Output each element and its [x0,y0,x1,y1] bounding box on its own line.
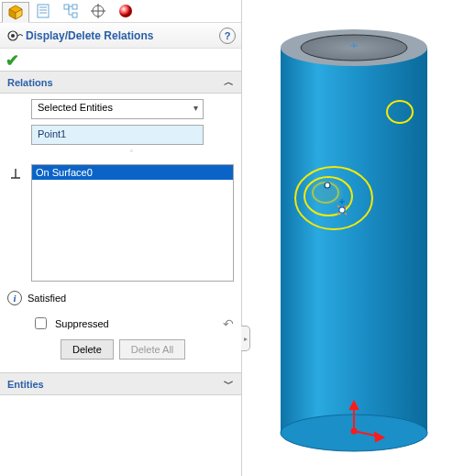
pm-ok-bar: ✔ [0,49,241,71]
relation-item-onsurface[interactable]: On Surface0 [32,165,233,180]
section-relations-header[interactable]: Relations ︿ [0,71,241,94]
svg-rect-3 [38,5,49,17]
ok-check-icon[interactable]: ✔ [6,51,19,70]
svg-point-30 [352,429,357,434]
relations-filter-combo[interactable]: Selected Entities [31,99,204,119]
tree-icon [62,3,79,19]
section-relations-body: Selected Entities Point1 ◦ On Surface0 i… [0,94,241,372]
relations-listbox[interactable]: On Surface0 [31,164,234,282]
selected-entity-value: Point1 [38,128,66,139]
svg-rect-7 [64,5,69,9]
selected-entity-field[interactable]: Point1 [31,125,204,145]
delete-button[interactable]: Delete [61,339,114,360]
tab-configuration-manager[interactable] [57,1,84,22]
pm-titlebar: Display/Delete Relations ? [0,23,241,49]
undo-icon[interactable]: ↶ [223,316,234,331]
svg-point-15 [11,34,15,38]
chevron-down-icon: ﹀ [224,377,234,391]
perpendicular-icon [7,166,24,181]
display-relations-icon [6,28,26,43]
help-icon[interactable]: ? [219,28,236,44]
sketch-point[interactable] [325,183,330,188]
panel-collapse-handle[interactable]: ▸ [241,326,250,351]
pm-title: Display/Delete Relations [26,29,219,42]
sheet-icon [35,3,51,19]
svg-point-23 [339,207,345,213]
graphics-viewport[interactable]: ▸ [242,0,464,476]
suppressed-label: Suppressed [55,318,109,329]
cube-icon [7,4,24,20]
delete-all-button: Delete All [119,339,185,360]
info-icon: i [7,291,22,305]
ball-icon [117,3,134,19]
panel-tabstrip [0,0,241,23]
cylinder-side[interactable] [281,48,427,433]
tab-appearance[interactable] [112,1,139,22]
section-entities-header[interactable]: Entities ﹀ [0,372,241,395]
section-relations-label: Relations [7,77,53,88]
suppressed-checkbox[interactable] [35,317,47,329]
property-manager-panel: Display/Delete Relations ? ✔ Relations ︿… [0,0,242,476]
tab-feature-manager[interactable] [2,2,29,23]
relations-filter-value: Selected Entities [38,102,113,113]
chevron-up-icon: ︿ [224,75,234,89]
target-icon [90,3,106,19]
tab-property-manager[interactable] [29,1,57,22]
scene-svg [242,0,464,476]
tab-dimxpert[interactable] [84,1,112,22]
section-entities-label: Entities [7,379,44,390]
status-text: Satisfied [28,293,66,304]
resize-grip[interactable]: ◦ [31,147,234,155]
svg-rect-9 [72,13,77,17]
svg-point-13 [119,5,132,17]
svg-rect-8 [72,5,77,9]
